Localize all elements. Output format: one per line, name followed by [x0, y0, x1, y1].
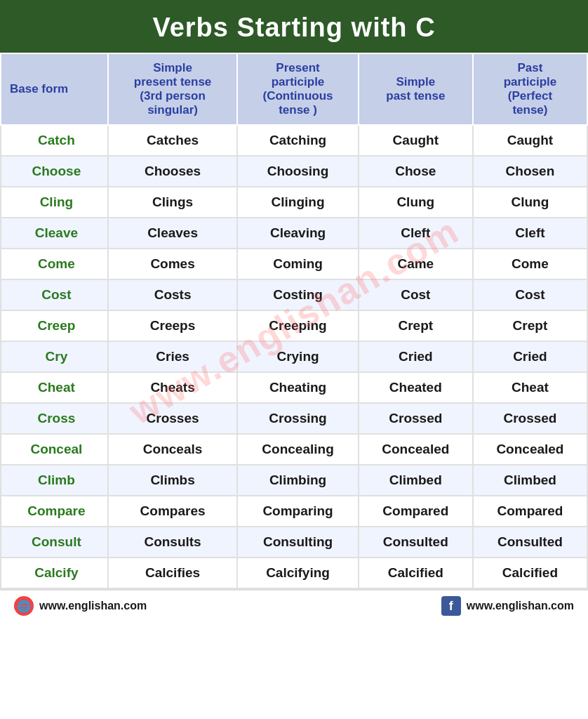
table-row: CleaveCleavesCleavingCleftCleft	[1, 218, 587, 249]
facebook-icon: f	[441, 596, 461, 616]
simple-present-cell: Climbs	[108, 465, 238, 496]
table-row: ClimbClimbsClimbingClimbedClimbed	[1, 465, 587, 496]
present-participle-cell: Catching	[237, 125, 358, 156]
simple-past-cell: Climbed	[359, 465, 473, 496]
simple-present-cell: Compares	[108, 496, 238, 527]
base-form-cell: Climb	[1, 465, 108, 496]
past-participle-cell: Crept	[473, 310, 587, 341]
simple-present-cell: Conceals	[108, 434, 238, 465]
base-form-cell: Choose	[1, 156, 108, 187]
table-wrapper: www.englishan.com Base form Simple prese…	[0, 53, 588, 589]
simple-past-cell: Cleft	[359, 218, 473, 249]
table-row: CheatCheatsCheatingCheatedCheat	[1, 372, 587, 403]
simple-past-cell: Caught	[359, 125, 473, 156]
simple-past-cell: Cheated	[359, 372, 473, 403]
simple-present-cell: Calcifies	[108, 558, 238, 588]
base-form-cell: Compare	[1, 496, 108, 527]
base-form-cell: Cost	[1, 279, 108, 310]
footer-right-url: www.englishan.com	[467, 600, 574, 612]
simple-present-cell: Comes	[108, 249, 238, 279]
past-participle-cell: Cried	[473, 341, 587, 372]
simple-past-cell: Concealed	[359, 434, 473, 465]
past-participle-cell: Cheat	[473, 372, 587, 403]
table-row: CreepCreepsCreepingCreptCrept	[1, 310, 587, 341]
present-participle-cell: Coming	[237, 249, 358, 279]
simple-present-cell: Cheats	[108, 372, 238, 403]
simple-present-cell: Chooses	[108, 156, 238, 187]
present-participle-cell: Crying	[237, 341, 358, 372]
present-participle-cell: Comparing	[237, 496, 358, 527]
simple-present-cell: Cries	[108, 341, 238, 372]
past-participle-cell: Concealed	[473, 434, 587, 465]
simple-past-cell: Crossed	[359, 403, 473, 434]
table-row: CryCriesCryingCriedCried	[1, 341, 587, 372]
page-header: Verbs Starting with C	[0, 0, 588, 53]
present-participle-cell: Choosing	[237, 156, 358, 187]
simple-past-cell: Clung	[359, 187, 473, 218]
base-form-cell: Cleave	[1, 218, 108, 249]
base-form-cell: Cry	[1, 341, 108, 372]
verbs-table: Base form Simple present tense (3rd pers…	[0, 53, 588, 589]
col-present-participle: Present participle (Continuous tense )	[237, 53, 358, 125]
past-participle-cell: Consulted	[473, 527, 587, 558]
simple-past-cell: Came	[359, 249, 473, 279]
table-row: ComeComesComingCameCome	[1, 249, 587, 279]
past-participle-cell: Climbed	[473, 465, 587, 496]
col-simple-present: Simple present tense (3rd person singula…	[108, 53, 238, 125]
page-footer: 🌐 www.englishan.com f www.englishan.com	[0, 589, 588, 621]
footer-left: 🌐 www.englishan.com	[14, 596, 147, 616]
present-participle-cell: Cleaving	[237, 218, 358, 249]
base-form-cell: Cross	[1, 403, 108, 434]
simple-past-cell: Compared	[359, 496, 473, 527]
simple-past-cell: Consulted	[359, 527, 473, 558]
past-participle-cell: Chosen	[473, 156, 587, 187]
base-form-cell: Catch	[1, 125, 108, 156]
past-participle-cell: Come	[473, 249, 587, 279]
present-participle-cell: Crossing	[237, 403, 358, 434]
footer-left-url: www.englishan.com	[39, 600, 147, 612]
simple-past-cell: Cost	[359, 279, 473, 310]
base-form-cell: Cheat	[1, 372, 108, 403]
simple-present-cell: Crosses	[108, 403, 238, 434]
present-participle-cell: Cheating	[237, 372, 358, 403]
table-row: CalcifyCalcifiesCalcifyingCalcifiedCalci…	[1, 558, 587, 588]
table-row: CompareComparesComparingComparedCompared	[1, 496, 587, 527]
past-participle-cell: Cleft	[473, 218, 587, 249]
simple-past-cell: Crept	[359, 310, 473, 341]
base-form-cell: Calcify	[1, 558, 108, 588]
table-row: ConsultConsultsConsultingConsultedConsul…	[1, 527, 587, 558]
footer-right: f www.englishan.com	[441, 596, 574, 616]
simple-present-cell: Clings	[108, 187, 238, 218]
simple-present-cell: Creeps	[108, 310, 238, 341]
past-participle-cell: Compared	[473, 496, 587, 527]
past-participle-cell: Caught	[473, 125, 587, 156]
past-participle-cell: Clung	[473, 187, 587, 218]
table-row: CostCostsCostingCostCost	[1, 279, 587, 310]
col-past-participle: Past participle (Perfect tense)	[473, 53, 587, 125]
globe-icon: 🌐	[14, 596, 34, 616]
table-row: ChooseChoosesChoosingChoseChosen	[1, 156, 587, 187]
past-participle-cell: Calcified	[473, 558, 587, 588]
present-participle-cell: Calcifying	[237, 558, 358, 588]
simple-past-cell: Chose	[359, 156, 473, 187]
simple-past-cell: Cried	[359, 341, 473, 372]
simple-present-cell: Catches	[108, 125, 238, 156]
base-form-cell: Cling	[1, 187, 108, 218]
base-form-cell: Come	[1, 249, 108, 279]
table-row: CrossCrossesCrossingCrossedCrossed	[1, 403, 587, 434]
table-row: ConcealConcealsConcealingConcealedConcea…	[1, 434, 587, 465]
col-base-form: Base form	[1, 53, 108, 125]
past-participle-cell: Cost	[473, 279, 587, 310]
simple-present-cell: Cleaves	[108, 218, 238, 249]
present-participle-cell: Climbing	[237, 465, 358, 496]
present-participle-cell: Consulting	[237, 527, 358, 558]
present-participle-cell: Concealing	[237, 434, 358, 465]
present-participle-cell: Clinging	[237, 187, 358, 218]
col-simple-past: Simple past tense	[359, 53, 473, 125]
simple-past-cell: Calcified	[359, 558, 473, 588]
past-participle-cell: Crossed	[473, 403, 587, 434]
base-form-cell: Conceal	[1, 434, 108, 465]
simple-present-cell: Costs	[108, 279, 238, 310]
table-row: CatchCatchesCatchingCaughtCaught	[1, 125, 587, 156]
base-form-cell: Consult	[1, 527, 108, 558]
